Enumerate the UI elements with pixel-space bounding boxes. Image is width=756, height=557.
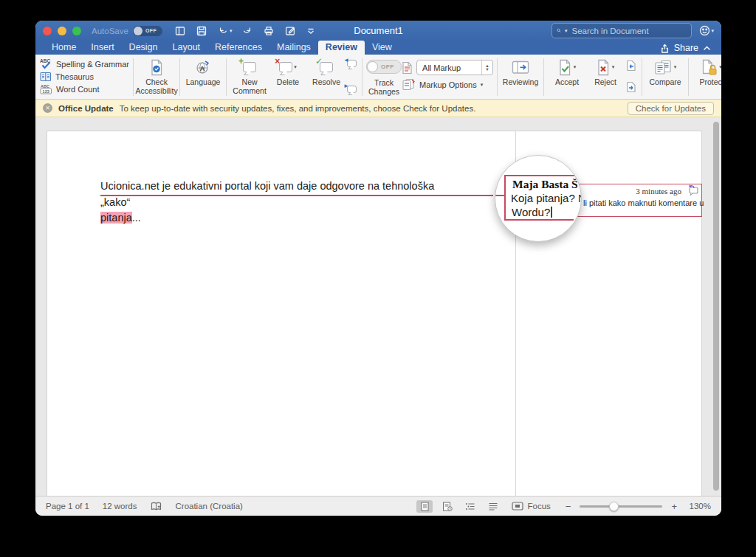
document-page[interactable]: Ucionica.net je edukativni portal koji v…: [47, 131, 702, 496]
search-scope-caret-icon[interactable]: ▾: [565, 28, 568, 34]
spelling-grammar-label: Spelling & Grammar: [56, 60, 129, 69]
word-count-status[interactable]: 12 words: [103, 502, 137, 511]
share-button[interactable]: Share: [659, 43, 711, 53]
next-change-button[interactable]: [626, 81, 636, 93]
web-layout-view-button[interactable]: [439, 500, 456, 513]
banner-close-icon[interactable]: ✕: [43, 103, 52, 113]
loupe-comment-border-bottom: [504, 219, 574, 221]
select-stepper-icon[interactable]: ▲▼: [481, 60, 492, 75]
draft-view-button[interactable]: [485, 500, 501, 513]
delete-comment-button[interactable]: ×▾ Delete: [269, 57, 307, 99]
accept-change-button[interactable]: ▾ Accept: [548, 57, 586, 99]
comment-text-magnified-line2: Wordu?: [512, 206, 552, 218]
toggle-knob: [367, 61, 378, 72]
chevron-down-icon: [306, 26, 316, 36]
print-button[interactable]: [263, 25, 275, 37]
toggle-knob: [134, 27, 142, 35]
language-status[interactable]: Croatian (Croatia): [176, 502, 243, 511]
undo-button[interactable]: ▾: [217, 25, 233, 37]
page-count-status[interactable]: Page 1 of 1: [46, 502, 89, 511]
redo-button[interactable]: [241, 25, 253, 37]
thesaurus-label: Thesaurus: [55, 72, 94, 81]
tab-view[interactable]: View: [365, 41, 399, 55]
document-paragraph[interactable]: Ucionica.net je edukativni portal koji v…: [100, 179, 459, 226]
close-window-button[interactable]: [43, 27, 52, 35]
language-label: Language: [186, 77, 221, 86]
display-for-review-select[interactable]: All Markup ▲▼: [416, 60, 493, 75]
outline-view-button[interactable]: [462, 500, 478, 513]
track-changes-label: Track Changes: [366, 78, 402, 96]
comment-timestamp: 3 minutes ago: [636, 187, 681, 196]
reject-change-button[interactable]: ▾ Reject: [586, 57, 625, 99]
language-button[interactable]: A Language: [184, 57, 222, 99]
search-icon: [557, 26, 561, 35]
proofing-group: ABC Spelling & Grammar Thesaurus ABC123 …: [40, 57, 129, 99]
minimize-window-button[interactable]: [58, 27, 66, 35]
resolve-label: Resolve: [312, 77, 340, 86]
save-icon: [196, 25, 207, 37]
check-accessibility-button[interactable]: Check Accessibility: [137, 57, 176, 99]
track-changes-toggle[interactable]: OFF: [366, 60, 402, 74]
reply-comment-button[interactable]: [686, 184, 699, 198]
word-window: AutoSave OFF ▾: [35, 21, 721, 516]
proofing-status-button[interactable]: [151, 502, 162, 511]
svg-text:123: 123: [43, 89, 49, 94]
next-comment-button[interactable]: ►: [347, 86, 357, 93]
delete-caret-icon[interactable]: ▾: [294, 64, 297, 70]
undo-dropdown-caret-icon[interactable]: ▾: [230, 28, 233, 34]
protect-caret-icon[interactable]: ▾: [719, 64, 721, 70]
print-layout-view-button[interactable]: [416, 500, 433, 513]
accept-label: Accept: [555, 77, 579, 86]
save-button[interactable]: [196, 25, 207, 37]
feedback-smiley-button[interactable]: ▾: [699, 25, 714, 36]
comment-highlighted-text[interactable]: pitanja: [100, 212, 132, 224]
zoom-slider[interactable]: [580, 505, 662, 508]
zoom-in-icon[interactable]: +: [671, 501, 677, 512]
search-input[interactable]: [570, 26, 687, 36]
autosave-toggle[interactable]: AutoSave OFF: [92, 26, 162, 36]
compare-caret-icon[interactable]: ▾: [674, 64, 677, 70]
zoom-out-icon[interactable]: −: [566, 501, 571, 512]
compare-button[interactable]: ▾ Compare: [646, 57, 684, 99]
search-box[interactable]: ▾: [551, 23, 692, 38]
maximize-window-button[interactable]: [72, 27, 81, 35]
zoom-slider-thumb[interactable]: [609, 502, 619, 511]
document-area: Ucionica.net je edukativni portal koji v…: [35, 117, 721, 496]
status-bar: Page 1 of 1 12 words Croatian (Croatia) …: [35, 496, 721, 516]
customize-toolbar-button[interactable]: [284, 25, 296, 37]
tab-insert[interactable]: Insert: [83, 41, 121, 55]
tab-mailings[interactable]: Mailings: [269, 41, 318, 55]
previous-comment-button[interactable]: ◄: [347, 60, 357, 67]
resolve-comment-button[interactable]: ✓ Resolve: [307, 57, 346, 99]
tab-layout[interactable]: Layout: [165, 41, 208, 55]
paragraph-line1[interactable]: Ucionica.net je edukativni portal koji v…: [100, 180, 434, 208]
new-comment-button[interactable]: + New Comment: [230, 57, 269, 99]
new-comment-icon: +: [243, 62, 256, 72]
tab-home[interactable]: Home: [44, 41, 83, 55]
tab-references[interactable]: References: [207, 41, 269, 55]
tab-review[interactable]: Review: [318, 41, 365, 55]
markup-options-button[interactable]: Markup Options ▾: [402, 78, 483, 91]
check-for-updates-button[interactable]: Check for Updates: [628, 102, 714, 115]
vertical-scrollbar-thumb[interactable]: [713, 122, 719, 491]
tab-design[interactable]: Design: [122, 41, 165, 55]
smiley-caret-icon[interactable]: ▾: [711, 28, 714, 34]
collapse-ribbon-chevron-icon[interactable]: [703, 45, 711, 52]
draft-view-icon: [488, 502, 498, 511]
spelling-grammar-button[interactable]: ABC Spelling & Grammar: [40, 58, 129, 69]
reviewing-pane-button[interactable]: Reviewing: [501, 57, 540, 99]
previous-change-button[interactable]: [626, 60, 636, 72]
more-commands-button[interactable]: [306, 26, 316, 36]
paragraph-trailing-dots[interactable]: ...: [132, 212, 141, 224]
accept-caret-icon[interactable]: ▾: [574, 64, 577, 70]
undo-icon: [217, 25, 229, 37]
protect-button[interactable]: ▾ Protect: [693, 57, 721, 99]
word-count-button[interactable]: ABC123 Word Count: [40, 83, 129, 94]
view-switcher-icon[interactable]: [174, 25, 186, 37]
comment-body-text[interactable]: li pitati kako maknuti komentare u: [583, 198, 704, 207]
zoom-percentage[interactable]: 130%: [686, 502, 711, 511]
focus-mode-button[interactable]: Focus: [512, 502, 550, 511]
reject-caret-icon[interactable]: ▾: [612, 64, 615, 70]
thesaurus-button[interactable]: Thesaurus: [40, 72, 129, 82]
autosave-switch[interactable]: OFF: [133, 26, 162, 36]
